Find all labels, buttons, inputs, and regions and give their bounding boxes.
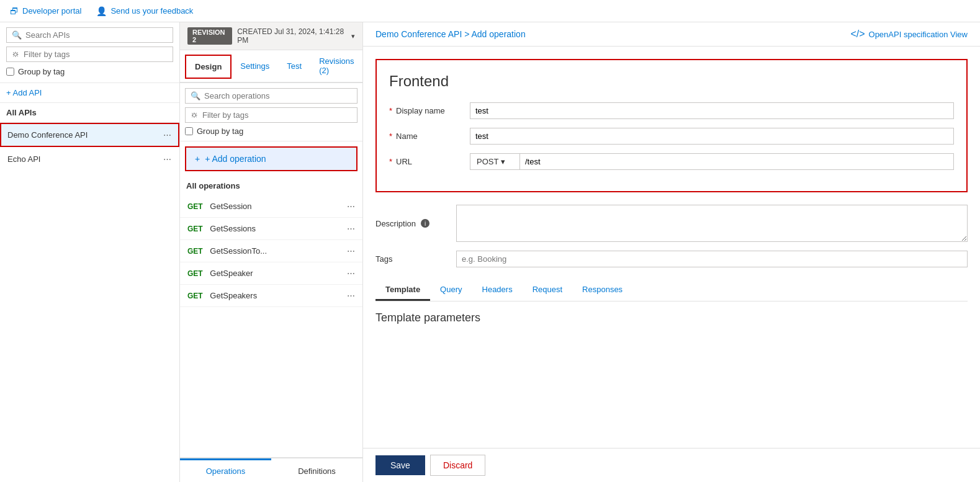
sub-tab-template[interactable]: Template — [375, 280, 430, 301]
tags-row: Tags — [375, 251, 968, 267]
tab-design[interactable]: Design — [185, 55, 232, 79]
api-name-echo: Echo API — [7, 154, 40, 164]
main-content: Demo Conference API > Add operation </> … — [363, 22, 980, 482]
group-by-tag-row: Group by tag — [6, 66, 173, 78]
api-name-demo: Demo Conference API — [7, 130, 88, 140]
url-label: * URL — [389, 157, 470, 166]
revision-bar: REVISION 2 CREATED Jul 31, 2024, 1:41:28… — [180, 22, 362, 50]
tags-label: Tags — [375, 254, 456, 264]
all-operations-label: All operations — [180, 176, 362, 195]
middle-panel-inner: 🔍 ⛭ Group by tag + + Add operation All o… — [180, 83, 362, 457]
url-input-group: POST ▾ — [470, 153, 954, 170]
op-item-getspeakers[interactable]: GET GetSpeakers ⋯ — [180, 285, 362, 307]
add-operation-button[interactable]: + + Add operation — [185, 146, 357, 171]
discard-button[interactable]: Discard — [430, 455, 485, 476]
add-icon: + — [195, 154, 200, 164]
ops-group-tag-label: Group by tag — [197, 127, 243, 136]
method-select[interactable]: POST ▾ — [470, 153, 519, 170]
op-method-get: GET — [187, 202, 203, 211]
description-label: Description i — [375, 219, 456, 228]
definitions-tab-label: Definitions — [298, 466, 336, 476]
url-path-input[interactable] — [519, 153, 954, 170]
filter-tags-box[interactable]: ⛭ — [6, 47, 173, 62]
description-textarea[interactable] — [456, 205, 968, 242]
required-star-url: * — [389, 157, 392, 166]
tab-operations[interactable]: Operations — [180, 458, 271, 482]
ops-filter-box[interactable]: ⛭ — [185, 107, 357, 123]
op-method-get3: GET — [187, 247, 203, 256]
op-item-getsessionto[interactable]: GET GetSessionTo... ⋯ — [180, 240, 362, 262]
filter-tags-input[interactable] — [24, 50, 168, 59]
frontend-section: Frontend * Display name * Name — [375, 59, 968, 192]
op-method-get4: GET — [187, 269, 203, 278]
add-api-button[interactable]: + Add API — [0, 83, 179, 103]
tab-test[interactable]: Test — [278, 55, 310, 79]
search-apis-box[interactable]: 🔍 — [6, 27, 173, 43]
content-body: Frontend * Display name * Name — [363, 47, 980, 448]
sub-tab-request[interactable]: Request — [523, 280, 572, 301]
tab-revisions[interactable]: Revisions (2) — [310, 50, 362, 83]
breadcrumb-sep: > — [464, 29, 471, 39]
tab-settings[interactable]: Settings — [232, 55, 278, 79]
op-item-getsession[interactable]: GET GetSession ⋯ — [180, 195, 362, 218]
tab-definitions[interactable]: Definitions — [271, 458, 362, 482]
op-method-get2: GET — [187, 225, 203, 233]
name-row: * Name — [389, 128, 954, 145]
ops-search-input[interactable] — [204, 91, 352, 100]
op-more-getsessions[interactable]: ⋯ — [347, 224, 355, 233]
description-row: Description i — [375, 205, 968, 242]
feedback-label: Send us your feedback — [110, 6, 193, 16]
ops-filter-icon: ⛭ — [191, 110, 199, 120]
api-more-button-echo[interactable]: ⋯ — [163, 154, 172, 164]
api-item-echo[interactable]: Echo API ⋯ — [0, 147, 179, 171]
external-link-icon: 🗗 — [10, 6, 19, 16]
op-more-getspeaker[interactable]: ⋯ — [347, 269, 355, 278]
breadcrumb-page: Add operation — [471, 29, 525, 39]
op-more-getspeakers[interactable]: ⋯ — [347, 291, 355, 300]
ops-filter-input[interactable] — [202, 110, 352, 120]
ops-group-by-tag-checkbox[interactable] — [185, 127, 193, 135]
sub-tab-query[interactable]: Query — [430, 280, 472, 301]
info-icon: i — [421, 219, 429, 228]
op-item-getsessions[interactable]: GET GetSessions ⋯ — [180, 218, 362, 240]
group-by-tag-checkbox[interactable] — [6, 68, 14, 76]
tags-input[interactable] — [456, 251, 968, 267]
ops-search-area: 🔍 ⛭ Group by tag — [180, 83, 362, 141]
openapi-spec-link[interactable]: </> OpenAPI specification View — [850, 29, 968, 40]
op-item-getspeaker[interactable]: GET GetSpeaker ⋯ — [180, 262, 362, 285]
ops-search-box[interactable]: 🔍 — [185, 88, 357, 104]
search-icon: 🔍 — [12, 30, 22, 40]
name-input[interactable] — [470, 128, 954, 145]
operation-list: GET GetSession ⋯ GET GetSessions ⋯ GET G — [180, 195, 362, 457]
sub-tabs-bar: Template Query Headers Request Responses — [375, 280, 968, 301]
op-name-getspeakers: GetSpeakers — [210, 291, 257, 300]
openapi-label: OpenAPI specification View — [869, 30, 968, 39]
api-more-button-demo[interactable]: ⋯ — [163, 130, 172, 140]
url-row: * URL POST ▾ — [389, 153, 954, 170]
sub-tab-responses[interactable]: Responses — [572, 280, 632, 301]
required-star-displayname: * — [389, 106, 392, 115]
op-method-get5: GET — [187, 292, 203, 300]
api-item-demo-conference[interactable]: Demo Conference API ⋯ — [0, 123, 179, 147]
chevron-down-icon[interactable]: ▾ — [351, 32, 355, 40]
op-name-getsessionto: GetSessionTo... — [210, 246, 267, 256]
display-name-input[interactable] — [470, 102, 954, 119]
filter-icon: ⛭ — [12, 50, 20, 59]
created-text: CREATED Jul 31, 2024, 1:41:28 PM — [237, 27, 346, 45]
main-layout: 🔍 ⛭ Group by tag + Add API All APIs Demo… — [0, 22, 980, 482]
developer-portal-link[interactable]: 🗗 Developer portal — [10, 6, 81, 16]
method-chevron-icon: ▾ — [501, 157, 505, 166]
save-button[interactable]: Save — [375, 455, 425, 475]
op-more-getsessionto[interactable]: ⋯ — [347, 246, 355, 256]
search-apis-input[interactable] — [25, 30, 168, 40]
add-operation-label: + Add operation — [205, 154, 266, 164]
op-more-getsession[interactable]: ⋯ — [347, 202, 355, 211]
action-bar: Save Discard — [363, 448, 980, 482]
add-api-label: + Add API — [6, 88, 42, 97]
middle-tabs-bar: Design Settings Test Revisions (2) Chang… — [180, 50, 362, 83]
developer-portal-label: Developer portal — [22, 6, 81, 16]
sub-tab-headers[interactable]: Headers — [472, 280, 523, 301]
feedback-link[interactable]: 👤 Send us your feedback — [96, 6, 193, 16]
breadcrumb-api[interactable]: Demo Conference API — [375, 29, 462, 39]
top-bar: 🗗 Developer portal 👤 Send us your feedba… — [0, 0, 980, 22]
